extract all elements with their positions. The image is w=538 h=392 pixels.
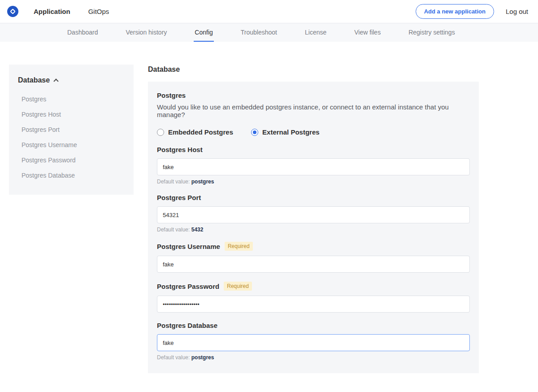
default-prefix: Default value: <box>157 179 190 185</box>
logout-button[interactable]: Log out <box>506 8 528 15</box>
default-prefix: Default value: <box>157 226 190 233</box>
top-bar: Application GitOps Add a new application… <box>0 0 538 23</box>
field-postgres-port: Postgres Port Default value: 5432 <box>157 194 470 233</box>
postgres-username-input[interactable] <box>157 256 470 273</box>
required-badge: Required <box>225 242 253 251</box>
field-label: Postgres Password Required <box>157 282 470 291</box>
subnav-tab-version-history[interactable]: Version history <box>125 23 168 42</box>
radio-circle-icon <box>251 129 258 136</box>
postgres-host-input[interactable] <box>157 158 470 175</box>
sidebar-item-postgres-password[interactable]: Postgres Password <box>18 152 125 168</box>
sidebar-group-database[interactable]: Database <box>18 76 125 84</box>
group-help-text: Would you like to use an embedded postgr… <box>157 103 470 118</box>
radio-label: External Postgres <box>262 128 320 136</box>
tab-application[interactable]: Application <box>33 5 71 18</box>
postgres-radio-group: Embedded Postgres External Postgres <box>157 128 470 136</box>
subnav-tab-license[interactable]: License <box>304 23 327 42</box>
field-label-text: Postgres Username <box>157 243 220 250</box>
field-label-text: Postgres Port <box>157 194 201 201</box>
sidebar-item-postgres-host[interactable]: Postgres Host <box>18 107 125 122</box>
default-value: postgres <box>191 179 214 185</box>
group-label: Postgres <box>157 91 470 99</box>
chevron-up-icon <box>53 78 58 83</box>
radio-external-postgres[interactable]: External Postgres <box>251 128 320 136</box>
config-group-card: Postgres Would you like to use an embedd… <box>148 82 479 373</box>
postgres-port-input[interactable] <box>157 206 470 223</box>
page-title: Database <box>148 65 479 74</box>
tab-gitops[interactable]: GitOps <box>87 5 110 18</box>
app-subnav: Dashboard Version history Config Trouble… <box>0 23 538 42</box>
field-label-text: Postgres Password <box>157 283 219 290</box>
replicated-logo-icon <box>7 6 18 17</box>
sidebar-group-label: Database <box>18 76 50 84</box>
subnav-tab-view-files[interactable]: View files <box>353 23 382 42</box>
radio-embedded-postgres[interactable]: Embedded Postgres <box>157 128 233 136</box>
default-value-line: Default value: 5432 <box>157 226 470 233</box>
logo-glyph <box>10 9 16 14</box>
radio-circle-icon <box>157 129 164 136</box>
radio-label: Embedded Postgres <box>168 128 233 136</box>
sidebar-item-postgres-database[interactable]: Postgres Database <box>18 168 125 183</box>
config-sidebar: Database Postgres Postgres Host Postgres… <box>9 65 134 195</box>
default-value: postgres <box>191 354 214 361</box>
field-postgres-password: Postgres Password Required <box>157 282 470 313</box>
subnav-tab-config[interactable]: Config <box>194 23 213 42</box>
sidebar-item-postgres-username[interactable]: Postgres Username <box>18 137 125 152</box>
sidebar-item-postgres[interactable]: Postgres <box>18 91 125 107</box>
default-value-line: Default value: postgres <box>157 354 470 361</box>
subnav-tab-registry-settings[interactable]: Registry settings <box>408 23 456 42</box>
sidebar-item-postgres-port[interactable]: Postgres Port <box>18 122 125 137</box>
default-value-line: Default value: postgres <box>157 179 470 185</box>
field-label: Postgres Database <box>157 322 470 329</box>
field-label-text: Postgres Host <box>157 146 203 153</box>
field-label: Postgres Username Required <box>157 242 470 251</box>
subnav-tab-troubleshoot[interactable]: Troubleshoot <box>240 23 278 42</box>
field-postgres-host: Postgres Host Default value: postgres <box>157 146 470 185</box>
required-badge: Required <box>224 282 252 291</box>
top-tabs: Application GitOps <box>33 5 110 18</box>
subnav-tab-dashboard[interactable]: Dashboard <box>66 23 99 42</box>
add-new-application-button[interactable]: Add a new application <box>416 4 494 19</box>
field-label: Postgres Host <box>157 146 470 153</box>
field-postgres-username: Postgres Username Required <box>157 242 470 273</box>
field-label: Postgres Port <box>157 194 470 201</box>
default-value: 5432 <box>191 226 204 233</box>
postgres-password-input[interactable] <box>157 296 470 313</box>
field-label-text: Postgres Database <box>157 322 217 329</box>
default-prefix: Default value: <box>157 354 190 361</box>
content-area: Database Postgres Postgres Host Postgres… <box>0 65 538 392</box>
postgres-database-input[interactable] <box>157 334 470 351</box>
field-postgres-database: Postgres Database Default value: postgre… <box>157 322 470 361</box>
config-main: Database Postgres Would you like to use … <box>148 65 479 392</box>
